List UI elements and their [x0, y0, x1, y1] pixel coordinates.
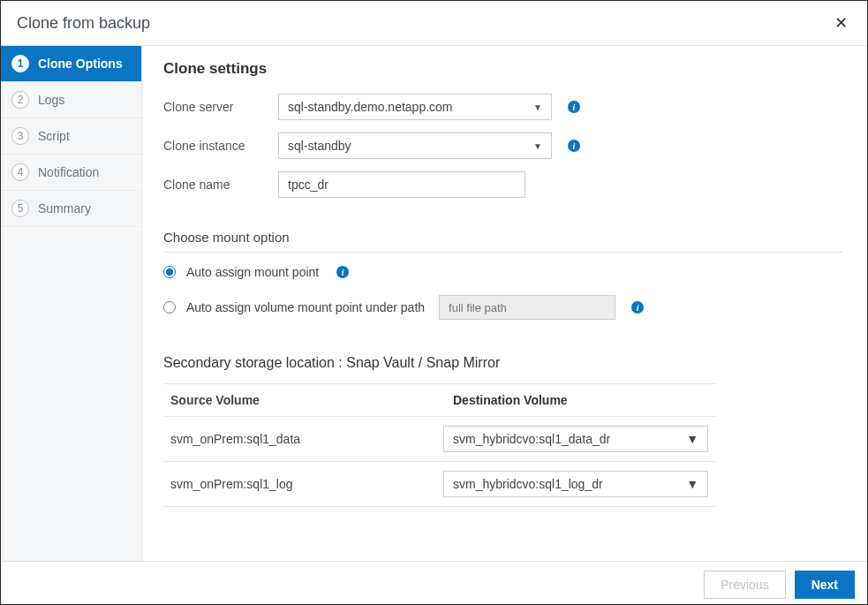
caret-down-icon: ▼	[533, 102, 542, 112]
clone-instance-value: sql-standby	[288, 139, 351, 153]
step-script[interactable]: 3 Script	[1, 118, 141, 155]
clone-name-row: Clone name	[163, 171, 842, 198]
destination-volume-select[interactable]: svm_hybridcvo:sql1_log_dr ▼	[443, 471, 708, 497]
clone-instance-select[interactable]: sql-standby ▼	[278, 132, 552, 159]
step-label: Notification	[38, 165, 99, 179]
step-label: Script	[38, 129, 70, 143]
source-volume-cell: svm_onPrem:sql1_data	[170, 432, 443, 446]
clone-server-value: sql-standby.demo.netapp.com	[288, 100, 453, 114]
clone-instance-label: Clone instance	[163, 139, 278, 153]
destination-volume-value: svm_hybridcvo:sql1_log_dr	[453, 477, 603, 491]
step-number: 2	[11, 91, 29, 109]
step-logs[interactable]: 2 Logs	[1, 82, 141, 118]
mount-path-label: Auto assign volume mount point under pat…	[186, 300, 425, 314]
col-source-header: Source Volume	[170, 393, 453, 407]
step-summary[interactable]: 5 Summary	[1, 191, 141, 227]
volume-table: Source Volume Destination Volume svm_onP…	[163, 383, 715, 507]
step-notification[interactable]: 4 Notification	[1, 155, 141, 191]
clone-server-label: Clone server	[163, 100, 278, 114]
storage-location-header: Secondary storage location : Snap Vault …	[163, 355, 842, 371]
caret-down-icon: ▼	[533, 141, 542, 151]
table-row: svm_onPrem:sql1_data svm_hybridcvo:sql1_…	[163, 417, 715, 462]
clone-settings-header: Clone settings	[163, 60, 842, 78]
mount-auto-row: Auto assign mount point i	[163, 265, 842, 279]
previous-button: Previous	[704, 571, 785, 599]
step-number: 5	[11, 200, 29, 217]
caret-down-icon: ▼	[686, 432, 698, 446]
clone-instance-row: Clone instance sql-standby ▼ i	[163, 132, 842, 159]
dialog-header: Clone from backup ✕	[1, 1, 867, 46]
destination-volume-value: svm_hybridcvo:sql1_data_dr	[453, 432, 610, 446]
step-number: 1	[11, 55, 29, 72]
mount-auto-radio[interactable]	[163, 266, 176, 278]
clone-server-select[interactable]: sql-standby.demo.netapp.com ▼	[278, 94, 552, 120]
clone-name-input[interactable]	[288, 178, 516, 192]
mount-path-input	[439, 295, 615, 320]
close-icon[interactable]: ✕	[831, 11, 851, 34]
step-label: Clone Options	[38, 57, 123, 71]
table-row: svm_onPrem:sql1_log svm_hybridcvo:sql1_l…	[163, 462, 715, 507]
step-number: 4	[11, 163, 29, 181]
step-clone-options[interactable]: 1 Clone Options	[1, 46, 141, 82]
dialog-footer: Previous Next	[1, 561, 867, 605]
volume-table-header: Source Volume Destination Volume	[163, 383, 715, 417]
clone-name-field-wrap	[278, 171, 525, 198]
main-panel: Clone settings Clone server sql-standby.…	[142, 46, 867, 561]
info-icon[interactable]: i	[336, 266, 349, 278]
clone-name-label: Clone name	[163, 178, 278, 192]
clone-server-row: Clone server sql-standby.demo.netapp.com…	[163, 94, 842, 120]
mount-option-header: Choose mount option	[163, 230, 842, 253]
wizard-sidebar: 1 Clone Options 2 Logs 3 Script 4 Notifi…	[1, 46, 142, 561]
mount-path-row: Auto assign volume mount point under pat…	[163, 295, 842, 320]
mount-auto-label: Auto assign mount point	[186, 265, 319, 279]
col-dest-header: Destination Volume	[453, 393, 708, 407]
step-number: 3	[11, 127, 29, 145]
dialog-title: Clone from backup	[17, 14, 150, 33]
source-volume-cell: svm_onPrem:sql1_log	[170, 477, 443, 491]
info-icon[interactable]: i	[568, 140, 580, 152]
info-icon[interactable]: i	[568, 101, 580, 113]
next-button[interactable]: Next	[795, 571, 855, 599]
caret-down-icon: ▼	[686, 477, 698, 491]
step-label: Summary	[38, 201, 91, 216]
dialog-body: 1 Clone Options 2 Logs 3 Script 4 Notifi…	[1, 46, 867, 561]
info-icon[interactable]: i	[631, 301, 644, 314]
mount-path-radio[interactable]	[163, 301, 176, 314]
destination-volume-select[interactable]: svm_hybridcvo:sql1_data_dr ▼	[443, 426, 708, 452]
step-label: Logs	[38, 93, 64, 107]
